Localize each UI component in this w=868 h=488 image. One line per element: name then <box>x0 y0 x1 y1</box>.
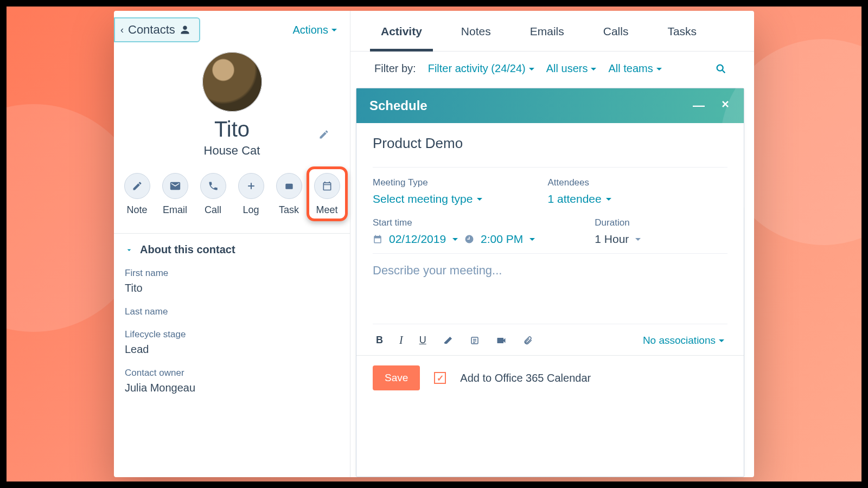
tab-activity[interactable]: Activity <box>381 25 422 51</box>
caret-down-icon <box>331 29 337 34</box>
caret-down-icon <box>606 198 611 203</box>
owner-label: Contact owner <box>125 368 335 378</box>
contact-subtitle: House Cat <box>114 144 350 158</box>
eraser-icon <box>443 335 454 346</box>
email-label: Email <box>163 204 187 216</box>
minimize-button[interactable]: — <box>693 99 705 113</box>
caret-down-icon <box>719 339 724 345</box>
call-label: Call <box>205 204 221 216</box>
svg-rect-0 <box>285 184 292 189</box>
caret-down-icon <box>656 68 662 73</box>
search-icon[interactable] <box>715 63 727 75</box>
calendar-checkbox-label: Add to Office 365 Calendar <box>460 372 591 384</box>
attendees-label: Attendees <box>547 177 611 188</box>
eraser-button[interactable] <box>443 335 454 346</box>
owner-field[interactable]: Contact owner Julia Mongeau <box>125 368 335 394</box>
close-button[interactable] <box>720 99 731 113</box>
last-name-label: Last name <box>125 306 335 317</box>
filter-bar: Filter by: Filter activity (24/24) All u… <box>350 52 754 86</box>
about-toggle[interactable]: About this contact <box>125 243 335 256</box>
meeting-type-dropdown[interactable]: Select meeting type <box>373 192 482 206</box>
caret-down-icon <box>591 68 596 73</box>
tabs: Activity Notes Emails Calls Tasks <box>350 11 754 52</box>
video-icon <box>496 335 507 346</box>
calendar-checkbox[interactable]: ✓ <box>434 372 446 384</box>
italic-button[interactable]: I <box>399 334 403 346</box>
start-time-label: Start time <box>373 217 535 228</box>
edit-name-button[interactable] <box>318 129 329 140</box>
back-contacts-button[interactable]: ‹ Contacts <box>114 17 200 42</box>
tab-tasks[interactable]: Tasks <box>667 25 697 51</box>
schedule-title: Schedule <box>369 98 427 113</box>
filter-prefix: Filter by: <box>374 62 416 75</box>
schedule-footer: Save ✓ Add to Office 365 Calendar <box>356 355 744 400</box>
attendees-dropdown[interactable]: 1 attendee <box>547 192 611 206</box>
caret-down-icon <box>635 238 641 243</box>
associations-dropdown[interactable]: No associations <box>643 335 724 346</box>
task-label: Task <box>279 204 299 216</box>
owner-value: Julia Mongeau <box>125 382 335 394</box>
first-name-label: First name <box>125 268 335 279</box>
schedule-header: Schedule — <box>356 88 744 123</box>
duration-dropdown[interactable]: 1 Hour <box>595 233 629 246</box>
list-icon <box>470 336 480 345</box>
back-label: Contacts <box>128 23 175 37</box>
about-section: About this contact First name Tito Last … <box>114 234 350 400</box>
svg-point-1 <box>717 65 723 70</box>
tab-calls[interactable]: Calls <box>603 25 629 51</box>
app-window: ‹ Contacts Actions Tito House Cat <box>114 11 754 477</box>
start-time-picker[interactable]: 2:00 PM <box>481 233 523 246</box>
log-label: Log <box>242 204 259 216</box>
tab-emails[interactable]: Emails <box>530 25 564 51</box>
caret-down-icon <box>477 198 482 203</box>
avatar[interactable] <box>202 52 262 112</box>
description-input[interactable]: Describe your meeting... <box>373 253 727 324</box>
last-name-field[interactable]: Last name <box>125 306 335 317</box>
start-date-picker[interactable]: 02/12/2019 <box>389 233 446 246</box>
underline-button[interactable]: U <box>419 335 426 346</box>
about-heading: About this contact <box>140 243 235 256</box>
action-row: Note Email Call Log Task <box>114 173 350 233</box>
lifecycle-field[interactable]: Lifecycle stage Lead <box>125 329 335 356</box>
actions-label: Actions <box>292 24 328 36</box>
close-icon <box>720 99 731 110</box>
filter-teams-dropdown[interactable]: All teams <box>608 62 661 75</box>
schedule-panel: Schedule — Product Demo Meeting Type <box>356 88 744 477</box>
meeting-type-label: Meeting Type <box>373 177 482 188</box>
attachment-button[interactable] <box>523 336 533 345</box>
call-button[interactable]: Call <box>200 173 226 216</box>
note-button[interactable]: Note <box>124 173 150 216</box>
caret-down-icon <box>529 68 534 73</box>
tab-notes[interactable]: Notes <box>461 25 491 51</box>
video-button[interactable] <box>496 335 507 346</box>
note-icon <box>132 181 143 191</box>
note-label: Note <box>126 204 147 216</box>
filter-users-dropdown[interactable]: All users <box>546 62 597 75</box>
meet-label: Meet <box>316 204 337 216</box>
first-name-field[interactable]: First name Tito <box>125 268 335 294</box>
task-button[interactable]: Task <box>276 173 302 216</box>
actions-dropdown[interactable]: Actions <box>292 24 341 36</box>
clock-icon <box>464 234 474 244</box>
contact-profile: Tito House Cat <box>114 42 350 173</box>
meet-button[interactable]: Meet <box>314 173 340 216</box>
plus-icon <box>246 181 257 191</box>
caret-down-icon <box>529 238 535 243</box>
contact-panel: ‹ Contacts Actions Tito House Cat <box>114 11 350 477</box>
meeting-title-input[interactable]: Product Demo <box>373 135 727 162</box>
bold-button[interactable]: B <box>376 335 383 346</box>
editor-toolbar: B I U No associations <box>373 324 727 350</box>
phone-icon <box>208 181 219 191</box>
email-button[interactable]: Email <box>162 173 188 216</box>
filter-activity-dropdown[interactable]: Filter activity (24/24) <box>428 62 534 75</box>
person-icon <box>180 24 190 36</box>
chevron-down-icon <box>125 246 133 254</box>
list-button[interactable] <box>470 336 480 345</box>
first-name-value: Tito <box>125 282 335 294</box>
calendar-icon <box>373 234 382 244</box>
task-icon <box>284 181 295 191</box>
pencil-icon <box>318 129 329 140</box>
log-button[interactable]: Log <box>238 173 264 216</box>
calendar-icon <box>322 181 333 191</box>
save-button[interactable]: Save <box>373 365 420 390</box>
